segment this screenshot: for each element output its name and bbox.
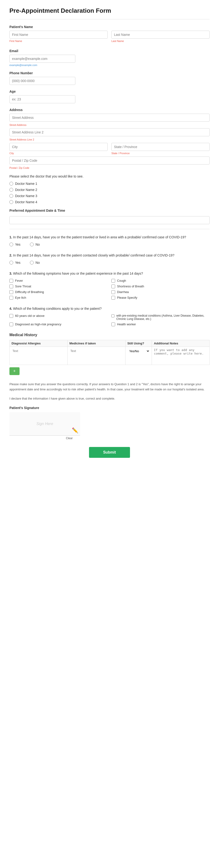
last-name-input[interactable] [111, 31, 210, 39]
q2-yes-radio[interactable] [9, 261, 13, 265]
symptom-diarrhea-label: Diarrhea [117, 290, 129, 294]
q2-no-radio[interactable] [30, 261, 34, 265]
medical-history-title: Medical History [9, 333, 210, 337]
doctor-radio-3[interactable]: Doctor Name 3 [9, 194, 37, 198]
q1-no-text: No [36, 243, 40, 246]
symptom-sore-throat-label: Sore Throat [15, 284, 31, 288]
address-label: Address [9, 108, 210, 112]
col-still-using: Still Using? [125, 340, 152, 347]
condition-pregnancy[interactable]: Diagnosed as high-risk pregnancy [9, 322, 108, 326]
symptom-difficulty[interactable]: Difficulty of Breathing [9, 290, 108, 294]
diagnosis-input[interactable] [11, 348, 66, 353]
symptom-difficulty-checkbox[interactable] [9, 290, 13, 294]
street2-hint: Street Address Line 2 [9, 138, 210, 141]
submit-button[interactable]: Submit [89, 447, 130, 458]
condition-sixty-label: 60 years old or above [15, 314, 44, 317]
doctor-radio-input-3[interactable] [9, 194, 13, 198]
symptom-sore-throat-checkbox[interactable] [9, 284, 13, 288]
symptom-sore-throat[interactable]: Sore Throat [9, 284, 108, 288]
doctor-radio-input-2[interactable] [9, 188, 13, 192]
street2-input[interactable] [9, 128, 210, 136]
q1-yes-text: Yes [15, 243, 21, 246]
q2-yes-label[interactable]: Yes [9, 261, 21, 265]
doctor-radio-input-1[interactable] [9, 182, 13, 186]
signature-icon: ✏️ [72, 427, 78, 434]
q1-no-radio[interactable] [30, 243, 34, 246]
condition-health-worker-label: Health worker [117, 322, 136, 326]
page-title: Pre-Appointment Declaration Form [9, 7, 210, 14]
postal-input[interactable] [9, 157, 210, 164]
symptom-specify-checkbox[interactable] [111, 296, 115, 300]
symptom-fever-checkbox[interactable] [9, 279, 13, 283]
question-1-block: 1. In the past 14 days, have you or the … [9, 235, 210, 246]
phone-input[interactable] [9, 77, 75, 85]
question-3-block: 3. Which of the following symptoms have … [9, 271, 210, 300]
age-input[interactable] [9, 95, 75, 103]
symptom-cough-checkbox[interactable] [111, 279, 115, 283]
doctor-radio-4[interactable]: Doctor Name 4 [9, 200, 37, 204]
patient-name-section: Patient's Name First Name Last Name [9, 25, 210, 42]
first-name-input[interactable] [9, 31, 108, 39]
state-input[interactable] [111, 143, 210, 151]
symptom-shortness[interactable]: Shortness of Breath [111, 284, 210, 288]
q4-text: 4. Which of the following conditions app… [9, 306, 210, 311]
symptom-eye-itch-checkbox[interactable] [9, 296, 13, 300]
city-input[interactable] [9, 143, 108, 151]
notes-textarea[interactable] [154, 348, 208, 362]
condition-preexisting[interactable]: with pre-existing medical conditions (As… [111, 314, 210, 320]
city-hint: City [9, 152, 108, 155]
medicines-input[interactable] [69, 348, 123, 353]
condition-sixty-checkbox[interactable] [9, 314, 13, 318]
q1-yes-radio[interactable] [9, 243, 13, 246]
patient-name-label: Patient's Name [9, 25, 210, 29]
signature-box[interactable]: Sign Here ✏️ [9, 412, 80, 436]
col-diagnosis: Diagnosis/ Allergies [10, 340, 68, 347]
col-notes: Additional Notes [152, 340, 210, 347]
medical-history-table: Diagnosis/ Allergies Medicines if taken … [9, 340, 210, 365]
email-input[interactable] [9, 55, 75, 63]
q2-no-label[interactable]: No [30, 261, 40, 265]
q2-no-text: No [36, 261, 40, 265]
phone-section: Phone Number [9, 71, 210, 85]
add-row-button[interactable]: + [9, 367, 20, 375]
doctor-select-section: Please select the doctor that you would … [9, 174, 210, 204]
condition-health-worker[interactable]: Health worker [111, 322, 210, 326]
appointment-input[interactable] [9, 216, 210, 224]
doctor-label-4: Doctor Name 4 [15, 200, 37, 204]
symptom-cough-label: Cough [117, 279, 126, 282]
signature-placeholder: Sign Here [36, 422, 53, 426]
state-hint: State / Province [111, 152, 210, 155]
q1-no-label[interactable]: No [30, 243, 40, 246]
age-section: Age [9, 90, 210, 103]
question-4-block: 4. Which of the following conditions app… [9, 306, 210, 326]
symptom-diarrhea[interactable]: Diarrhea [111, 290, 210, 294]
phone-label: Phone Number [9, 71, 210, 75]
condition-health-worker-checkbox[interactable] [111, 322, 115, 326]
still-using-select[interactable]: Yes/No Yes No [127, 348, 150, 354]
symptom-fever[interactable]: Fever [9, 279, 108, 283]
clear-signature-button[interactable]: Clear [66, 437, 73, 440]
symptom-shortness-checkbox[interactable] [111, 284, 115, 288]
age-label: Age [9, 90, 210, 93]
symptom-eye-itch-label: Eye Itch [15, 296, 26, 300]
medical-history-section: Medical History Diagnosis/ Allergies Med… [9, 333, 210, 375]
q1-text: 1. In the past 14 days, have you or the … [9, 235, 210, 240]
street1-input[interactable] [9, 114, 210, 122]
condition-pregnancy-checkbox[interactable] [9, 322, 13, 326]
condition-sixty[interactable]: 60 years old or above [9, 314, 108, 320]
doctor-radio-2[interactable]: Doctor Name 2 [9, 188, 37, 192]
symptom-specify[interactable]: Please Specify [111, 296, 210, 300]
symptom-diarrhea-checkbox[interactable] [111, 290, 115, 294]
symptom-eye-itch[interactable]: Eye Itch [9, 296, 108, 300]
q1-yes-label[interactable]: Yes [9, 243, 21, 246]
postal-hint: Postal / Zip Code [9, 166, 210, 169]
doctor-radio-input-4[interactable] [9, 200, 13, 204]
signature-label: Patient's Signature [9, 406, 210, 410]
address-section: Address Street Address Street Address Li… [9, 108, 210, 169]
col-medicines: Medicines if taken [67, 340, 125, 347]
doctor-radio-1[interactable]: Doctor Name 1 [9, 182, 37, 186]
street1-hint: Street Address [9, 124, 210, 126]
condition-preexisting-checkbox[interactable] [111, 314, 114, 318]
symptom-cough[interactable]: Cough [111, 279, 210, 283]
condition-pregnancy-label: Diagnosed as high-risk pregnancy [15, 322, 62, 326]
